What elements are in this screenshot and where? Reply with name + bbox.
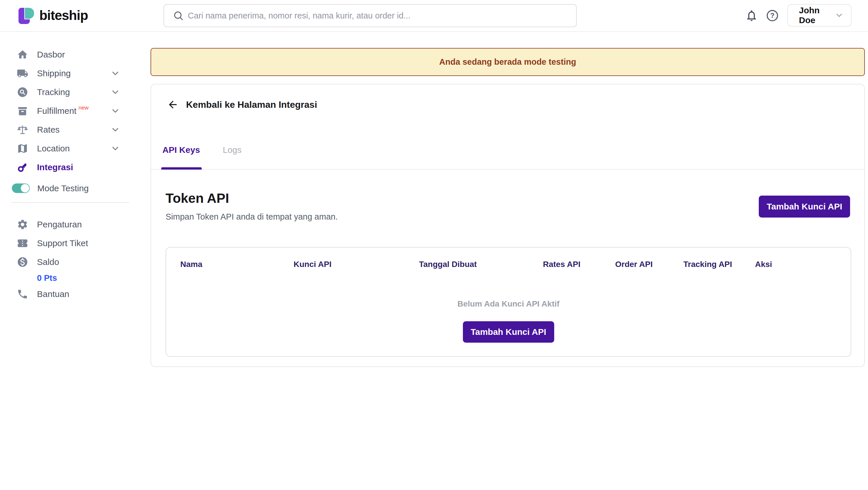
sidebar-item-pengaturan[interactable]: Pengaturan	[0, 215, 142, 234]
active-tab-underline	[161, 167, 202, 170]
back-row: Kembali ke Halaman Integrasi	[167, 99, 317, 110]
column-header-tracking-api: Tracking API	[683, 260, 755, 269]
sidebar-item-shipping[interactable]: Shipping	[0, 64, 142, 83]
phone-icon	[17, 288, 28, 300]
back-link-label[interactable]: Kembali ke Halaman Integrasi	[186, 99, 317, 110]
svg-text:?: ?	[770, 11, 775, 19]
chevron-down-icon	[111, 106, 120, 116]
tabs-divider	[151, 169, 864, 170]
user-menu-button[interactable]: John Doe	[787, 4, 851, 27]
sidebar-item-saldo[interactable]: Saldo	[0, 252, 142, 271]
empty-state-add-api-key-button[interactable]: Tambah Kunci API	[463, 321, 554, 343]
sidebar-item-label: Location	[37, 144, 70, 153]
map-icon	[17, 143, 28, 154]
sidebar-item-dasbor[interactable]: Dasbor	[0, 45, 142, 64]
empty-state-title: Belum Ada Kunci API Aktif	[166, 299, 851, 309]
column-header-order-api: Order API	[615, 260, 683, 269]
table-header-row: Nama Kunci API Tanggal Dibuat Rates API …	[166, 248, 851, 269]
mode-testing-label: Mode Testing	[37, 183, 89, 193]
search-icon	[173, 10, 184, 21]
truck-icon	[17, 68, 28, 79]
sidebar-item-label: Fulfillment	[37, 106, 76, 116]
section-title: Token API	[165, 190, 229, 206]
testing-mode-banner: Anda sedang berada mode testing	[151, 48, 865, 76]
chevron-down-icon	[111, 125, 120, 135]
chevron-down-icon	[111, 87, 120, 97]
sidebar-item-label: Pengaturan	[37, 220, 82, 229]
testing-mode-banner-text: Anda sedang berada mode testing	[439, 57, 576, 67]
key-icon	[17, 161, 28, 173]
integration-card: Kembali ke Halaman Integrasi API Keys Lo…	[151, 84, 865, 367]
scale-icon	[17, 124, 28, 135]
sidebar-item-tracking[interactable]: Tracking	[0, 83, 142, 101]
home-icon	[17, 49, 28, 60]
user-name: John Doe	[799, 5, 835, 25]
search-input[interactable]	[188, 5, 570, 26]
sidebar-item-rates[interactable]: Rates	[0, 120, 142, 139]
saldo-points-row[interactable]: 0 Pts	[0, 271, 142, 284]
sidebar-item-label: Bantuan	[37, 289, 69, 299]
brand-name: biteship	[39, 7, 88, 23]
top-header: biteship ? John Doe	[0, 0, 868, 32]
column-header-kunci-api: Kunci API	[293, 260, 419, 269]
new-badge: new	[79, 104, 89, 111]
tab-logs[interactable]: Logs	[223, 145, 242, 155]
sidebar-item-label: Rates	[37, 125, 60, 135]
tracking-icon	[17, 86, 28, 98]
biteship-logo[interactable]: biteship	[17, 6, 88, 25]
tab-api-keys[interactable]: API Keys	[162, 145, 200, 155]
sidebar-item-label: Saldo	[37, 257, 59, 267]
sidebar-item-integrasi[interactable]: Integrasi	[0, 158, 142, 177]
sidebar: Dasbor Shipping Tracking Fulfillment new	[0, 32, 142, 490]
box-icon	[17, 105, 28, 117]
column-header-nama: Nama	[180, 260, 293, 269]
sidebar-item-fulfillment[interactable]: Fulfillment new	[0, 101, 142, 120]
sidebar-item-support-tiket[interactable]: Support Tiket	[0, 234, 142, 252]
sidebar-item-location[interactable]: Location	[0, 139, 142, 158]
sidebar-item-label: Tracking	[37, 87, 70, 97]
tabs: API Keys Logs	[151, 145, 864, 171]
column-header-tanggal-dibuat: Tanggal Dibuat	[419, 260, 543, 269]
sidebar-item-label: Integrasi	[37, 162, 73, 172]
sidebar-item-label: Shipping	[37, 68, 71, 78]
help-icon[interactable]: ?	[766, 9, 779, 22]
mode-testing-row: Mode Testing	[0, 179, 142, 197]
mode-testing-toggle[interactable]	[12, 183, 30, 193]
api-keys-table: Nama Kunci API Tanggal Dibuat Rates API …	[165, 247, 851, 357]
main-content: Anda sedang berada mode testing Kembali …	[142, 32, 868, 490]
add-api-key-button[interactable]: Tambah Kunci API	[759, 195, 850, 218]
dollar-coin-icon	[17, 256, 28, 268]
back-arrow-icon[interactable]	[167, 99, 179, 110]
sidebar-item-label: Dasbor	[37, 50, 65, 60]
gear-icon	[17, 219, 28, 230]
global-search	[163, 4, 577, 27]
chevron-down-icon	[111, 144, 120, 153]
chevron-down-icon	[111, 68, 120, 78]
chevron-down-icon	[835, 10, 844, 21]
notifications-bell-icon[interactable]	[745, 9, 758, 22]
sidebar-item-label: Support Tiket	[37, 238, 88, 248]
sidebar-item-bantuan[interactable]: Bantuan	[0, 284, 142, 303]
column-header-aksi: Aksi	[755, 260, 772, 269]
ticket-icon	[17, 238, 28, 249]
column-header-rates-api: Rates API	[543, 260, 615, 269]
saldo-points-value: 0 Pts	[37, 273, 57, 283]
section-subtitle: Simpan Token API anda di tempat yang ama…	[165, 212, 338, 222]
toggle-knob	[21, 184, 29, 192]
biteship-logo-icon	[17, 6, 35, 25]
